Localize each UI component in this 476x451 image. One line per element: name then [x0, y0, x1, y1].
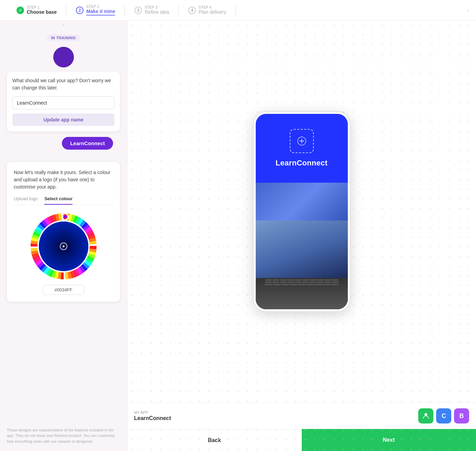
- svg-point-28: [424, 413, 427, 416]
- phone-header: LearnConnect: [256, 114, 348, 183]
- avatar: [53, 47, 74, 67]
- chat-message: What should we call your app? Don't worr…: [12, 77, 114, 92]
- step-3[interactable]: 3 STEP 3 Refine idea: [125, 6, 179, 15]
- update-app-name-button[interactable]: Update app name: [12, 114, 114, 126]
- tabs: Upload logo Select colour: [14, 196, 113, 205]
- step-1-number: ✓: [16, 7, 24, 14]
- color-wheel-container: [14, 212, 113, 295]
- person-icon: [422, 412, 430, 420]
- main-layout: ^ IN TRAINING What should we call your a…: [0, 21, 476, 451]
- svg-point-24: [64, 215, 67, 218]
- my-app-name: LearnConnect: [134, 415, 171, 421]
- step-2-number: 2: [76, 7, 84, 14]
- step-4-label: STEP 4 Plan delivery: [199, 6, 226, 15]
- app-icon-3: B: [454, 408, 469, 423]
- app-icon-2: C: [436, 408, 451, 423]
- bottom-bar: MY APP LearnConnect C B: [127, 402, 476, 429]
- app-tag: LearnConnect: [62, 137, 113, 150]
- color-wheel[interactable]: [29, 212, 98, 281]
- app-icon-1: [418, 408, 433, 423]
- sidebar: ^ IN TRAINING What should we call your a…: [0, 21, 127, 451]
- laptop-keyboard: [256, 278, 348, 309]
- stepper-next-arrow[interactable]: ›: [467, 7, 469, 13]
- phone-app-name: LearnConnect: [276, 159, 328, 168]
- phone-area: LearnConnect: [127, 21, 476, 402]
- chevron-up-icon: ^: [0, 21, 127, 32]
- phone-image: [256, 183, 348, 309]
- my-app-label: MY APP: [134, 410, 171, 415]
- tab-select-colour[interactable]: Select colour: [44, 196, 73, 205]
- preview-area: LearnConnect: [127, 21, 476, 451]
- customise-message: Now let's really make it yours. Select a…: [14, 169, 113, 191]
- name-chat-bubble: What should we call your app? Don't worr…: [7, 72, 120, 131]
- step-3-label: STEP 3 Refine idea: [145, 6, 169, 15]
- step-4-number: 4: [188, 7, 196, 14]
- svg-point-22: [63, 245, 65, 247]
- step-4[interactable]: 4 STEP 4 Plan delivery: [179, 6, 236, 15]
- avatar-wrapper: [0, 47, 127, 67]
- step-1[interactable]: ✓ STEP 1 Choose base: [7, 6, 66, 15]
- app-name-input[interactable]: [12, 96, 114, 109]
- color-hex-input[interactable]: [43, 285, 84, 295]
- customise-bubble: Now let's really make it yours. Select a…: [7, 162, 120, 302]
- phone-logo-placeholder[interactable]: [290, 129, 314, 153]
- phone-mockup: LearnConnect: [254, 112, 350, 311]
- footer-note: These designs are representative of the …: [0, 420, 127, 451]
- stepper: ✓ STEP 1 Choose base 2 STEP 2 Make it mi…: [0, 0, 476, 21]
- step-2[interactable]: 2 STEP 2 Make it mine: [66, 5, 125, 15]
- app-icons: C B: [418, 408, 469, 423]
- step-3-number: 3: [134, 7, 142, 14]
- tab-upload-logo[interactable]: Upload logo: [14, 196, 37, 205]
- step-1-label: STEP 1 Choose base: [27, 6, 57, 15]
- my-app-info: MY APP LearnConnect: [134, 410, 171, 421]
- laptop-sim: [256, 221, 348, 309]
- step-2-label: STEP 2 Make it mine: [86, 5, 115, 15]
- training-badge: IN TRAINING: [47, 34, 80, 41]
- plus-icon: [297, 136, 307, 146]
